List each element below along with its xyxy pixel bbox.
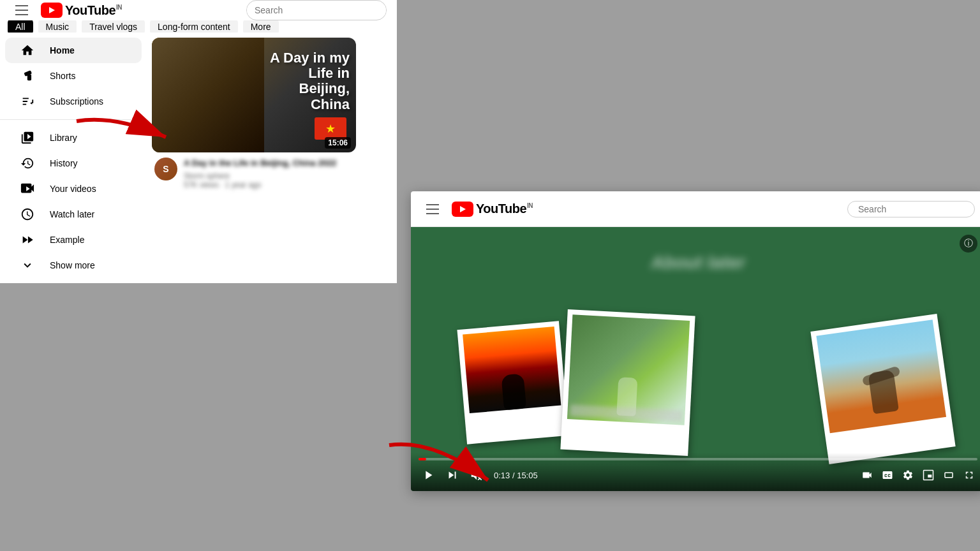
chevron-down-icon bbox=[20, 258, 34, 272]
chip-music[interactable]: Music bbox=[38, 20, 77, 33]
video-thumbnail[interactable]: A Day in myLife inBeijing,China ★ 15:06 bbox=[152, 38, 356, 152]
shorts-icon bbox=[20, 69, 34, 83]
hamburger-menu-icon[interactable] bbox=[10, 0, 33, 20]
sidebar-item-library[interactable]: Library bbox=[5, 125, 142, 151]
sidebar-label-history: History bbox=[50, 158, 78, 168]
right-panel: YouTubeIN About later ⓘ bbox=[411, 191, 980, 491]
thumbnail-background: A Day in myLife inBeijing,China ★ bbox=[152, 38, 356, 152]
left-search-bar[interactable] bbox=[246, 0, 387, 20]
left-search-input[interactable] bbox=[247, 5, 386, 15]
thumbnail-title-text: A Day in myLife inBeijing,China bbox=[270, 50, 350, 112]
subtitles-button[interactable] bbox=[879, 467, 896, 483]
sidebar-label-your-videos: Your videos bbox=[50, 184, 96, 194]
polaroid-3 bbox=[810, 314, 955, 464]
sidebar-label-home: Home bbox=[50, 45, 75, 55]
example-icon bbox=[20, 233, 34, 247]
right-header: YouTubeIN bbox=[411, 191, 980, 227]
theater-mode-button[interactable] bbox=[940, 467, 957, 483]
fullscreen-button[interactable] bbox=[961, 467, 977, 483]
controls-right bbox=[859, 467, 977, 483]
chip-travel-vlogs[interactable]: Travel vlogs bbox=[82, 20, 145, 33]
sidebar: Home Shorts Subscriptions bbox=[0, 33, 147, 283]
video-stats: 57K views · 1 year ago bbox=[184, 180, 394, 189]
right-yt-logo-text: YouTubeIN bbox=[476, 202, 533, 216]
video-channel: Storm sphere bbox=[184, 172, 394, 180]
sidebar-label-subscriptions: Subscriptions bbox=[50, 96, 103, 107]
progress-bar-fill bbox=[419, 458, 426, 460]
right-hamburger-icon[interactable] bbox=[421, 199, 444, 219]
chip-more[interactable]: More bbox=[243, 20, 279, 33]
player-controls: 0:13 / 15:05 bbox=[411, 453, 980, 491]
sidebar-label-watch-later: Watch later bbox=[50, 209, 94, 219]
miniplayer-button[interactable] bbox=[920, 467, 937, 483]
autoplay-toggle[interactable] bbox=[859, 467, 875, 483]
polaroid-2 bbox=[560, 309, 695, 456]
your-videos-icon bbox=[20, 182, 34, 196]
youtube-logo[interactable]: YouTubeIN bbox=[41, 3, 122, 18]
youtube-logo-icon bbox=[41, 3, 63, 18]
sidebar-label-show-more: Show more bbox=[50, 260, 95, 270]
video-title: A Day in the Life in Beijing, China 2022 bbox=[184, 158, 394, 169]
right-youtube-logo[interactable]: YouTubeIN bbox=[452, 202, 533, 217]
video-meta: A Day in the Life in Beijing, China 2022… bbox=[184, 158, 394, 189]
sidebar-item-watch-later[interactable]: Watch later bbox=[5, 202, 142, 227]
sidebar-item-shorts[interactable]: Shorts bbox=[5, 63, 142, 89]
youtube-logo-text: YouTubeIN bbox=[65, 3, 122, 18]
sidebar-label-shorts: Shorts bbox=[50, 71, 75, 81]
sidebar-label-example: Example bbox=[50, 235, 84, 245]
sidebar-item-your-videos[interactable]: Your videos bbox=[5, 176, 142, 202]
left-header: YouTubeIN bbox=[0, 0, 397, 20]
sidebar-item-show-more[interactable]: Show more bbox=[5, 253, 142, 278]
mute-button[interactable] bbox=[467, 466, 486, 485]
time-display: 0:13 / 15:05 bbox=[494, 471, 538, 480]
left-panel: YouTubeIN All Music Travel vlogs Long-fo… bbox=[0, 0, 397, 283]
sidebar-item-home[interactable]: Home bbox=[5, 38, 142, 63]
video-content-area: A Day in myLife inBeijing,China ★ 15:06 … bbox=[147, 33, 397, 283]
sidebar-item-history[interactable]: History bbox=[5, 151, 142, 176]
right-yt-logo-icon bbox=[452, 202, 473, 217]
polaroid-container bbox=[411, 227, 980, 491]
sidebar-item-example[interactable]: Example bbox=[5, 227, 142, 253]
filter-chips-row: All Music Travel vlogs Long-form content… bbox=[0, 20, 397, 33]
chip-all[interactable]: All bbox=[8, 20, 33, 33]
video-player[interactable]: About later ⓘ bbox=[411, 227, 980, 491]
history-icon bbox=[20, 156, 34, 170]
next-button[interactable] bbox=[443, 466, 462, 485]
channel-avatar: S bbox=[154, 158, 177, 180]
right-search-input[interactable] bbox=[847, 201, 975, 217]
progress-bar-container[interactable] bbox=[419, 458, 977, 460]
main-content-area: Home Shorts Subscriptions bbox=[0, 33, 397, 283]
sidebar-item-subscriptions[interactable]: Subscriptions bbox=[5, 89, 142, 114]
sidebar-divider-1 bbox=[0, 119, 147, 120]
video-info-row: S A Day in the Life in Beijing, China 20… bbox=[152, 158, 397, 189]
controls-row: 0:13 / 15:05 bbox=[419, 466, 977, 485]
subscriptions-icon bbox=[20, 94, 34, 108]
video-card: A Day in myLife inBeijing,China ★ 15:06 … bbox=[152, 38, 397, 189]
polaroid-1 bbox=[457, 321, 568, 444]
play-button[interactable] bbox=[419, 466, 438, 485]
home-icon bbox=[20, 43, 34, 57]
sidebar-label-library: Library bbox=[50, 133, 77, 143]
chip-long-form[interactable]: Long-form content bbox=[150, 20, 238, 33]
video-duration-badge: 15:06 bbox=[325, 137, 351, 149]
watch-later-icon bbox=[20, 207, 34, 221]
settings-button[interactable] bbox=[900, 467, 916, 483]
library-icon bbox=[20, 131, 34, 145]
